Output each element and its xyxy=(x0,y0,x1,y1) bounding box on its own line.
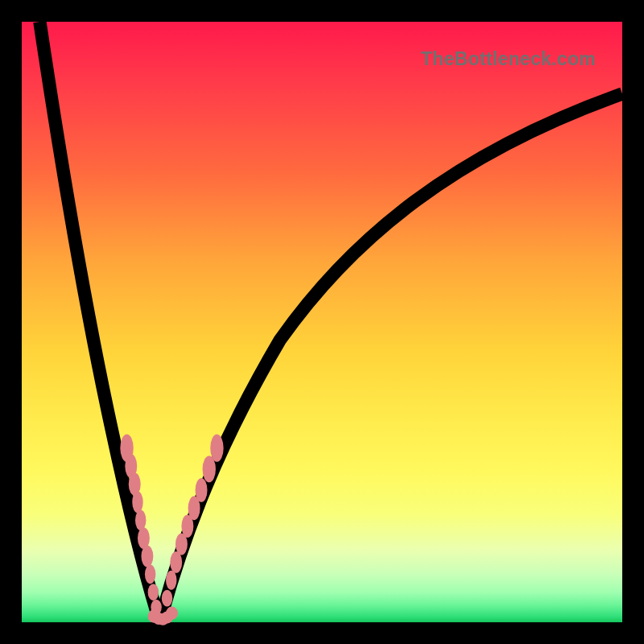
marker xyxy=(132,491,142,513)
watermark-text: TheBottleneck.com xyxy=(421,48,596,70)
marker xyxy=(166,571,176,590)
marker xyxy=(135,510,146,530)
marker xyxy=(141,546,153,568)
chart-frame: TheBottleneck.com xyxy=(0,0,644,644)
marker xyxy=(145,564,155,584)
marker xyxy=(166,607,178,620)
marker xyxy=(162,590,172,607)
curve-right xyxy=(160,94,622,622)
marker xyxy=(196,478,208,502)
marker xyxy=(148,584,159,601)
curve-layer xyxy=(22,22,622,622)
marker xyxy=(210,435,223,462)
